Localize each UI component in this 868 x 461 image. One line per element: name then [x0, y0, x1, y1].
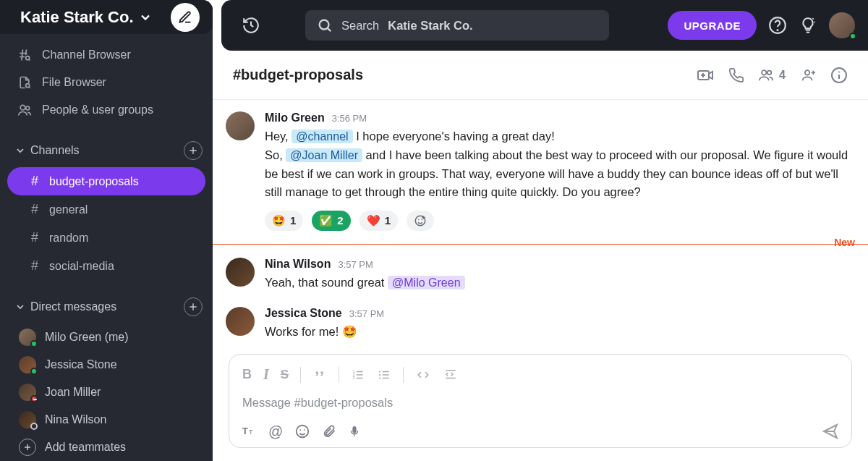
phone-call-button[interactable] [728, 67, 744, 83]
add-reaction-button[interactable] [407, 211, 434, 231]
channel-info-button[interactable] [830, 67, 848, 84]
video-call-button[interactable] [697, 67, 715, 84]
dm-name: Jessica Stone [45, 358, 117, 371]
people-link[interactable]: People & user groups [0, 96, 213, 124]
reaction-emoji: ✅ [319, 214, 333, 227]
reaction[interactable]: ❤️1 [359, 211, 398, 231]
dm-item[interactable]: Milo Green (me) [0, 323, 213, 351]
avatar [19, 329, 36, 346]
members-button[interactable]: 4 [757, 67, 786, 83]
channel-item-general[interactable]: #general [7, 195, 205, 224]
ordered-list-icon[interactable]: 123 [351, 368, 365, 381]
message: Milo Green 3:56 PM Hey, @channel I hope … [213, 100, 868, 234]
history-button[interactable] [242, 16, 260, 35]
workspace-header: Katie Stark Co. [0, 0, 213, 34]
avatar [19, 411, 36, 428]
avatar[interactable] [226, 111, 255, 140]
message-time: 3:56 PM [332, 113, 367, 124]
workspace-switcher[interactable]: Katie Stark Co. [20, 8, 171, 27]
reaction-emoji: 🤩 [272, 214, 286, 227]
channel-label: general [49, 203, 88, 216]
quote-icon[interactable] [312, 368, 327, 381]
sidebar: Katie Stark Co. Channel Browser File Bro… [0, 0, 213, 461]
add-member-button[interactable] [799, 67, 817, 83]
add-teammates-label: Add teammates [45, 441, 126, 454]
dm-item[interactable]: Jessica Stone [0, 351, 213, 378]
svg-point-54 [304, 429, 305, 431]
mention-button[interactable]: @ [268, 423, 283, 440]
svg-point-45 [379, 371, 380, 372]
tips-button[interactable] [799, 16, 817, 35]
hash-icon: # [29, 258, 41, 274]
file-browser-link[interactable]: File Browser [0, 69, 213, 96]
mention[interactable]: @Milo Green [388, 276, 465, 289]
mention[interactable]: @channel [292, 130, 352, 143]
message-author[interactable]: Nina Wilson [265, 258, 331, 271]
status-busy-icon [30, 395, 38, 402]
reaction[interactable]: 🤩1 [265, 211, 303, 231]
channels-header[interactable]: Channels [0, 134, 213, 167]
search-icon [317, 17, 333, 33]
message-author[interactable]: Milo Green [265, 111, 325, 124]
attachment-button[interactable] [322, 423, 336, 439]
message-author[interactable]: Jessica Stone [265, 307, 342, 320]
user-avatar[interactable] [829, 12, 855, 38]
new-messages-divider: New [213, 244, 868, 245]
italic-button[interactable]: I [263, 366, 269, 383]
code-icon[interactable] [415, 368, 431, 381]
svg-point-6 [26, 84, 30, 88]
reaction[interactable]: ✅2 [312, 211, 350, 231]
composer-actions: TT @ [241, 423, 840, 440]
bold-button[interactable]: B [242, 367, 252, 382]
format-toolbar: B I S 123 [241, 362, 840, 390]
hash-icon: # [29, 202, 41, 217]
reaction-count: 1 [385, 214, 391, 227]
lightbulb-icon [799, 16, 817, 35]
dm-item[interactable]: Joan Miller [0, 378, 213, 406]
channel-item-social-media[interactable]: #social-media [7, 252, 205, 280]
svg-point-33 [422, 219, 423, 220]
status-online-icon [30, 340, 38, 347]
channel-browser-link[interactable]: Channel Browser [0, 41, 213, 69]
reaction-count: 1 [290, 214, 296, 227]
code-block-icon[interactable] [443, 368, 459, 381]
section-title: Channels [30, 144, 184, 157]
emoji-button[interactable] [294, 423, 310, 439]
svg-point-47 [379, 377, 380, 378]
compose-button[interactable] [171, 3, 200, 32]
avatar [19, 356, 36, 373]
message-time: 3:57 PM [349, 308, 384, 319]
dm-header[interactable]: Direct messages [0, 290, 213, 323]
upgrade-button[interactable]: UPGRADE [668, 11, 757, 40]
add-dm-button[interactable] [184, 297, 203, 316]
svg-line-7 [29, 87, 30, 88]
link-label: Channel Browser [42, 48, 131, 62]
mention[interactable]: @Joan Miller [286, 148, 362, 162]
add-teammates-button[interactable]: Add teammates [0, 433, 213, 461]
avatar[interactable] [226, 307, 255, 336]
composer[interactable]: B I S 123 Message #budget-proposals T [229, 354, 852, 448]
svg-point-52 [297, 426, 309, 438]
bullet-list-icon[interactable] [377, 368, 391, 381]
add-channel-button[interactable] [184, 141, 203, 160]
add-emoji-icon [414, 214, 427, 227]
strike-button[interactable]: S [281, 368, 289, 382]
channel-title[interactable]: #budget-proposals [233, 67, 684, 83]
svg-point-32 [418, 219, 420, 220]
svg-line-2 [22, 50, 23, 61]
message: Jessica Stone 3:57 PM Works for me! 🤩 [213, 295, 868, 344]
dm-item[interactable]: Nina Wilson [0, 406, 213, 433]
mic-button[interactable] [348, 423, 361, 439]
message-input[interactable]: Message #budget-proposals [241, 390, 840, 423]
avatar[interactable] [226, 258, 255, 287]
text-format-button[interactable]: TT [241, 424, 257, 439]
send-button[interactable] [821, 423, 840, 440]
message: Nina Wilson 3:57 PM Yeah, that sound gre… [213, 246, 868, 295]
message-text: Yeah, that sound great @Milo Green [265, 274, 849, 292]
channel-item-budget-proposals[interactable]: #budget-proposals [7, 167, 205, 195]
status-online-icon [849, 33, 856, 40]
help-button[interactable] [768, 16, 787, 35]
channel-item-random[interactable]: #random [7, 224, 205, 252]
search-input[interactable]: Search Katie Stark Co. [305, 10, 609, 41]
chevron-down-icon [138, 10, 153, 25]
